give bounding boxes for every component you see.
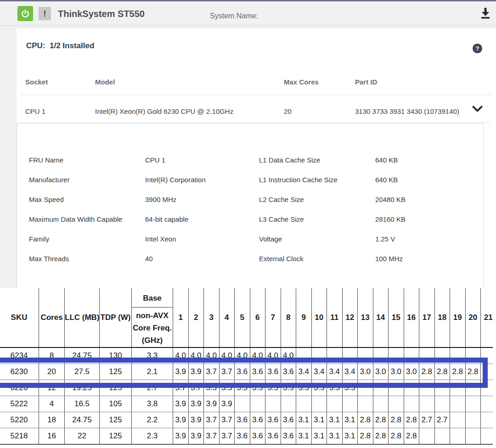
power-button[interactable] bbox=[17, 6, 33, 21]
sku-cell bbox=[481, 380, 493, 396]
detail-row: FamilyIntel XeonVoltage1.25 V bbox=[29, 229, 483, 249]
detail-value: 20480 KB bbox=[375, 196, 483, 203]
sku-cell: 3.7 bbox=[204, 412, 220, 428]
cpu-row-max-cores: 20 bbox=[284, 107, 292, 115]
sku-cell: 3.8 bbox=[132, 396, 173, 412]
chevron-down-icon bbox=[472, 106, 483, 113]
sku-cell: 3.5 bbox=[296, 380, 312, 396]
sku-cell: 3.7 bbox=[188, 380, 204, 396]
detail-value: Intel Xeon bbox=[145, 235, 259, 243]
sku-cell: 3.9 bbox=[188, 396, 204, 412]
sku-cell bbox=[481, 347, 493, 364]
sku-cell: 2.8 bbox=[404, 428, 419, 445]
sku-cell bbox=[419, 396, 435, 412]
sku-cell: 3.5 bbox=[311, 380, 327, 396]
detail-value: 64-bit capable bbox=[145, 215, 259, 223]
detail-label: L1 Data Cache Size bbox=[259, 156, 375, 164]
sku-cell: 3.1 bbox=[342, 412, 358, 428]
sku-cell bbox=[250, 396, 265, 412]
sku-cell bbox=[465, 396, 481, 412]
sku-cell: 2.8 bbox=[373, 412, 389, 428]
cpu-row-socket: CPU 1 bbox=[25, 107, 45, 115]
download-icon bbox=[479, 7, 491, 20]
column-header-max-cores: Max Cores bbox=[284, 78, 319, 86]
sku-cell: 2.3 bbox=[132, 428, 173, 445]
active-cores-header: 11 bbox=[327, 288, 343, 347]
sku-cell: 3.6 bbox=[235, 428, 250, 445]
sku-cell bbox=[389, 396, 404, 412]
collapse-row-button[interactable] bbox=[472, 106, 483, 113]
sku-cell bbox=[465, 347, 481, 364]
detail-label: Family bbox=[29, 235, 145, 243]
sku-cell: 3.4 bbox=[311, 364, 327, 380]
detail-label: Voltage bbox=[259, 235, 375, 243]
sku-cell: 3.1 bbox=[327, 412, 343, 428]
sku-cell: 3.6 bbox=[235, 412, 250, 428]
sku-cell bbox=[481, 364, 493, 380]
sku-cell: 16 bbox=[39, 428, 65, 445]
sku-row-5222: 5222416.51053.83.93.93.93.9 bbox=[0, 396, 493, 412]
sku-cell: 12 bbox=[39, 380, 65, 396]
sku-cell: 4.0 bbox=[235, 347, 250, 364]
detail-value: 100 MHz bbox=[375, 255, 483, 263]
sku-cell: 3.4 bbox=[327, 364, 343, 380]
sku-cell: 3.6 bbox=[265, 412, 281, 428]
sku-cell: 4.0 bbox=[173, 347, 189, 364]
sku-cell: 4 bbox=[39, 396, 65, 412]
active-cores-header: 17 bbox=[419, 288, 435, 347]
sku-cell: 3.5 bbox=[265, 380, 281, 396]
alert-button[interactable]: ! bbox=[39, 7, 51, 20]
base-header-top: Base bbox=[132, 289, 173, 308]
sku-cell bbox=[419, 347, 435, 364]
help-button[interactable]: ? bbox=[473, 44, 482, 53]
detail-label: External Clock bbox=[259, 255, 375, 263]
sku-cell: 4.0 bbox=[219, 347, 235, 364]
sku-cell: 3.6 bbox=[250, 412, 265, 428]
sku-cell: 3.9 bbox=[188, 412, 204, 428]
sku-cell: 2.2 bbox=[132, 412, 173, 428]
sku-cell bbox=[311, 347, 327, 364]
detail-label: Manufacturer bbox=[29, 176, 145, 184]
sku-cell: 125 bbox=[100, 428, 132, 445]
sku-cell bbox=[358, 380, 373, 396]
sku-cell: 3.1 bbox=[296, 428, 312, 445]
detail-value: 640 KB bbox=[375, 176, 483, 184]
sku-cell: 24.75 bbox=[65, 412, 100, 428]
sku-cell bbox=[434, 428, 450, 445]
sku-cell: 3.9 bbox=[188, 428, 204, 445]
sku-cell: 3.1 bbox=[342, 428, 358, 445]
sku-cell: 125 bbox=[100, 412, 132, 428]
column-header-part-id: Part ID bbox=[355, 78, 377, 86]
sku-cell: 3.7 bbox=[173, 380, 189, 396]
sku-cell bbox=[450, 380, 466, 396]
detail-label: L2 Cache Size bbox=[259, 196, 375, 203]
sku-row-6230: 62302027.51252.13.93.93.73.73.63.63.63.6… bbox=[0, 364, 493, 380]
sku-cell: 3.5 bbox=[219, 380, 235, 396]
sku-cell bbox=[373, 396, 389, 412]
active-cores-header: 4 bbox=[219, 288, 235, 347]
sku-table: SKUCoresLLC (MB)TDP (W)Basenon-AVXCore F… bbox=[0, 288, 493, 445]
detail-row: Max Threads40External Clock100 MHz bbox=[29, 249, 483, 269]
active-cores-header: 10 bbox=[311, 288, 327, 347]
sku-cell: 3.6 bbox=[265, 428, 281, 445]
detail-label: L3 Cache Size bbox=[259, 215, 375, 223]
active-cores-header: 2 bbox=[188, 288, 204, 347]
sku-cell: 3.5 bbox=[342, 380, 358, 396]
download-button[interactable] bbox=[479, 7, 491, 20]
sku-cell bbox=[419, 380, 435, 396]
sku-cell bbox=[342, 347, 358, 364]
power-icon bbox=[21, 9, 30, 18]
active-cores-header: 8 bbox=[281, 288, 296, 347]
sku-cell bbox=[327, 347, 343, 364]
active-cores-header: 21 bbox=[481, 288, 493, 347]
sku-cell: 24.75 bbox=[65, 347, 100, 364]
sku-cell: 3.5 bbox=[250, 380, 265, 396]
detail-value: CPU 1 bbox=[145, 156, 259, 164]
sku-cell: 2.7 bbox=[132, 380, 173, 396]
sku-cell: 130 bbox=[100, 347, 132, 364]
sku-cell: 3.7 bbox=[204, 364, 220, 380]
detail-value: 640 KB bbox=[375, 156, 483, 164]
sku-cell bbox=[450, 412, 466, 428]
sku-cell: 3.9 bbox=[204, 396, 220, 412]
detail-row: Max Speed3900 MHzL2 Cache Size20480 KB bbox=[29, 190, 483, 209]
